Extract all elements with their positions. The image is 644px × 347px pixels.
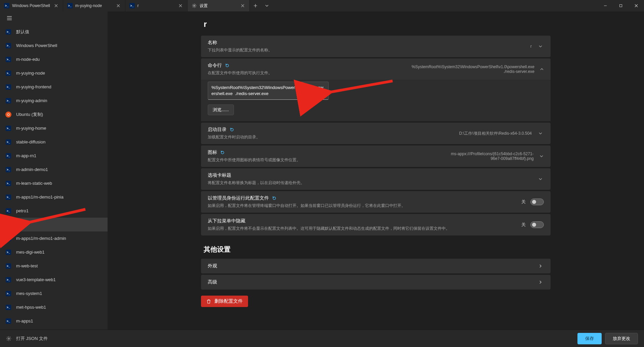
card-name[interactable]: 名称 下拉列表中显示的配置文件的名称。 r [201,36,551,57]
window-maximize[interactable] [613,0,629,11]
open-json-button[interactable]: 打开 JSON 文件 [6,336,48,342]
tab-label: Windows PowerShell [12,3,50,8]
sidebar-item-m-apps1-m-demo1-admin[interactable]: >_m-apps1/m-demo1-admin [0,231,108,245]
powershell-icon: >_ [5,235,11,242]
sidebar-list[interactable]: >_默认值>_Windows PowerShell>_m-node-edu>_m… [0,25,108,330]
svg-rect-1 [620,5,622,7]
annotation-arrow-top [322,78,396,98]
sidebar-item-ubuntu-[interactable]: Ubuntu (复制) [0,107,108,121]
chevron-down-icon [537,43,544,50]
commandline-input[interactable] [208,82,329,100]
chevron-down-icon [537,130,544,137]
sidebar-item-m-yuying-frontend[interactable]: >_m-yuying-frontend [0,80,108,94]
reset-icon[interactable] [272,196,277,201]
sidebar-item-m-app-rn1[interactable]: >_m-app-rn1 [0,149,108,163]
close-icon [635,4,638,7]
sidebar-item-mes-system1[interactable]: >_mes-system1 [0,287,108,300]
card-hide-title: 从下拉菜单中隐藏 [208,218,450,224]
sidebar-item-label: m-admin-demo1 [16,167,48,172]
sidebar-item--[interactable]: >_默认值 [0,25,108,39]
card-advanced[interactable]: 高级 [201,275,551,290]
window-close[interactable] [629,0,644,11]
reset-icon[interactable] [225,63,230,68]
sidebar-add-profile[interactable]: 添加新配置文件 [0,328,108,330]
maximize-icon [619,4,622,7]
sidebar-item-m-web-test[interactable]: >_m-web-test [0,259,108,273]
browse-button[interactable]: 浏览...... [208,104,234,115]
runasadmin-toggle[interactable] [530,199,544,205]
sidebar-item-label: vue3-template-web1 [16,277,56,282]
chevron-down-icon [539,153,544,160]
sidebar-item-stable-diffusion[interactable]: >_stable-diffusion [0,135,108,149]
trash-icon [206,299,211,304]
tab--[interactable]: 设置 [188,0,250,11]
sidebar-item-label: Ubuntu (复制) [16,112,43,118]
sidebar-item-m-learn-static-web[interactable]: >_m-learn-static-web [0,176,108,190]
card-icon[interactable]: 图标 配置文件中所使用图标的表情符号或图像文件位置。 ms-appx:///Pr… [201,145,551,167]
card-commandline: 命令行 在配置文件中所使用的可执行文件。 %SystemRoot%\System… [201,58,551,121]
sidebar-item-m-yuying-node[interactable]: >_m-yuying-node [0,66,108,80]
gear-icon [192,3,197,8]
settings-content[interactable]: r 名称 下拉列表中显示的配置文件的名称。 r [108,11,644,330]
svg-point-0 [194,5,195,6]
powershell-icon: >_ [5,304,11,310]
powershell-icon: >_ [5,194,11,200]
tab-actions [250,0,273,11]
hide-toggle[interactable] [530,221,544,228]
tab-close-button[interactable] [177,2,184,9]
card-appearance-title: 外观 [208,263,217,269]
sidebar-item-mes-digi-web1[interactable]: >_mes-digi-web1 [0,245,108,259]
sidebar-item-label: m-yuying-admin [16,98,47,103]
sidebar-item-met-hpss-web1[interactable]: >_met-hpss-web1 [0,300,108,314]
powershell-icon: >_ [5,153,11,159]
card-commandline-header[interactable]: 命令行 在配置文件中所使用的可执行文件。 %SystemRoot%\System… [201,58,551,80]
sidebar-item-m-apps1[interactable]: >_m-apps1 [0,314,108,328]
tab-r[interactable]: >_r [125,0,188,11]
powershell-icon: >_ [5,56,11,62]
delete-profile-button[interactable]: 删除配置文件 [201,296,248,307]
sidebar-item-petro1[interactable]: >_petro1 [0,204,108,218]
window-minimize[interactable] [598,0,613,11]
tab-dropdown-button[interactable] [261,0,273,11]
tab-m-yuying-node[interactable]: >_m-yuying-node [63,0,125,11]
sidebar-item-vue3-template-web1[interactable]: >_vue3-template-web1 [0,273,108,287]
ubuntu-icon [5,112,11,118]
card-tabtitle[interactable]: 选项卡标题 将配置文件名称替换为标题，以在启动时传递给外壳。 [201,168,551,190]
chevron-right-icon [537,263,544,269]
save-button[interactable]: 保存 [577,333,602,344]
new-tab-button[interactable] [250,0,261,11]
card-tabtitle-desc: 将配置文件名称替换为标题，以在启动时传递给外壳。 [208,180,305,186]
card-runasadmin: 以管理员身份运行此配置文件 如果启用，配置文件将在管理终端窗口中自动打开。如果当… [201,191,551,213]
sidebar-hamburger[interactable] [3,13,15,24]
card-startdir-desc: 加载配置文件时启动的目录。 [208,134,260,140]
tab-close-button[interactable] [239,2,246,9]
powershell-icon: >_ [129,3,135,8]
sidebar-item-m-yuying-admin[interactable]: >_m-yuying-admin [0,94,108,107]
sidebar-item-label: mes-system1 [16,291,42,296]
sidebar-item-label: m-node-edu [16,57,40,62]
card-startdir[interactable]: 启动目录 加载配置文件时启动的目录。 D:\工作\项目相关软件\Redis-x6… [201,123,551,144]
sidebar-item-label: r [16,222,17,227]
card-appearance[interactable]: 外观 [201,259,551,273]
sidebar-item-m-yuying-home[interactable]: >_m-yuying-home [0,121,108,135]
sidebar-item-m-apps1-m-demo1-pinia[interactable]: >_m-apps1/m-demo1-pinia [0,190,108,204]
sidebar-item-m-node-edu[interactable]: >_m-node-edu [0,52,108,66]
reset-icon[interactable] [220,150,225,155]
powershell-icon: >_ [5,208,11,214]
chevron-down-icon [265,4,269,7]
tab-windows-powershell[interactable]: >_Windows PowerShell [0,0,63,11]
sidebar-item-label: mes-digi-web1 [16,250,45,255]
powershell-icon: >_ [5,222,11,228]
sidebar-item-windows-powershell[interactable]: >_Windows PowerShell [0,39,108,52]
sidebar-item-label: m-apps1 [16,318,33,323]
powershell-icon: >_ [5,98,11,104]
tab-close-button[interactable] [53,2,59,9]
powershell-icon: >_ [5,29,11,35]
discard-button[interactable]: 放弃更改 [605,333,638,344]
other-settings-heading: 其他设置 [204,245,551,254]
reset-icon[interactable] [229,127,235,132]
sidebar-item-m-admin-demo1[interactable]: >_m-admin-demo1 [0,163,108,176]
tab-close-button[interactable] [115,2,122,9]
sidebar-item-r[interactable]: >_r [0,218,108,231]
card-commandline-desc: 在配置文件中所使用的可执行文件。 [208,70,272,76]
